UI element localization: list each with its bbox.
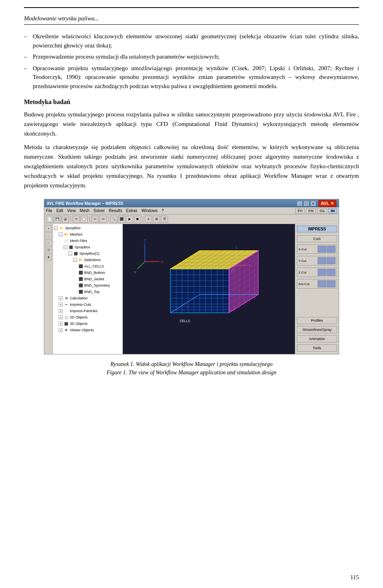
screenshot-titlebar: AVL FIRE Workflow Manager – IMPRESS _ □ …	[44, 199, 339, 207]
toolbar-btn-5[interactable]: 📋	[81, 216, 88, 223]
svg-text:Y: Y	[134, 270, 136, 274]
tree-spraybox[interactable]: – ⬛ SprayBox	[53, 244, 122, 250]
tree-2d-objects[interactable]: + ⬜ 2D Objects	[53, 314, 122, 321]
btn-tools[interactable]: Tools	[297, 344, 337, 352]
expand-meshes[interactable]: –	[59, 232, 63, 236]
tab-fm[interactable]: FM	[306, 208, 316, 214]
toolbar-btn-3[interactable]: 🖨	[62, 216, 69, 223]
list-item: – Opracowanie projektu symulacyjnego umo…	[24, 64, 359, 91]
tree-icon-impress-cuts: ✂	[63, 302, 69, 307]
toolbar-btn-8[interactable]: 🔍	[110, 216, 117, 223]
tree-mesh-files[interactable]: 📄 Mesh Files	[53, 238, 122, 244]
menu-edit[interactable]: Edit	[56, 208, 63, 213]
tree-label-spraybox-1: SprayBox(1)	[79, 252, 99, 256]
toolbar-btn-12[interactable]: ≡	[145, 216, 152, 223]
btn-z-cut[interactable]: Z-Cut	[297, 267, 337, 277]
menu-view[interactable]: View	[67, 208, 76, 213]
toolbar-btn-1[interactable]: 📄	[46, 216, 53, 223]
left-tb-btn-4[interactable]: ⊡	[45, 247, 52, 253]
tree-impress-particles[interactable]: + · Impress-Particles	[53, 308, 122, 314]
expand-spraybox-1[interactable]: –	[68, 252, 72, 256]
tree-icon-selections: 📂	[78, 257, 83, 263]
btn-animation[interactable]: Animation	[297, 335, 337, 342]
toolbar-separator-3	[108, 216, 109, 222]
expand-2d-objects[interactable]: +	[59, 315, 63, 319]
z-cut-icon-2	[327, 269, 336, 276]
expand-3d-objects[interactable]: +	[59, 322, 63, 326]
page-number: 115	[350, 574, 359, 581]
menu-windows[interactable]: Windows	[141, 208, 158, 213]
btn-arb-cut[interactable]: Arb-Cut	[297, 279, 337, 289]
tree-label-all-cells: ALL_CELLS	[84, 264, 104, 268]
tree-impress-cuts[interactable]: + ✂ Impress-Cuts	[53, 301, 122, 308]
tab-im[interactable]: IM	[328, 208, 337, 214]
tab-sg[interactable]: SG	[317, 208, 327, 214]
tree-bnd-top[interactable]: ⬛ BND_Top	[53, 289, 122, 295]
btn-x-cut[interactable]: X-Cut	[297, 244, 337, 254]
toolbar-btn-13[interactable]: ⊞	[153, 216, 160, 223]
expand-viewer-objects[interactable]: +	[59, 328, 63, 332]
tree-selections[interactable]: – 📂 Selections	[53, 257, 122, 263]
tab-fh[interactable]: FH	[295, 208, 305, 214]
toolbar-btn-6[interactable]: ↩	[91, 216, 99, 223]
tree-icon-bnd-bottom: ⬛	[78, 270, 83, 275]
menu-file[interactable]: File	[46, 208, 52, 213]
avl-badge: AVL ✦	[318, 200, 336, 207]
maximize-btn[interactable]: □	[304, 201, 309, 206]
toolbar-btn-14[interactable]: ☰	[161, 216, 168, 223]
bullet-dash: –	[24, 52, 31, 61]
expand-impress-particles[interactable]: +	[59, 309, 63, 313]
left-tb-btn-2[interactable]: –	[45, 232, 52, 239]
y-cut-label: Y-Cut	[298, 259, 306, 263]
toolbar-btn-7[interactable]: ↪	[99, 216, 107, 223]
toolbar-btn-2[interactable]: 💾	[54, 216, 61, 223]
screenshot-title: AVL FIRE Workflow Manager – IMPRESS	[47, 201, 123, 206]
menu-extras[interactable]: Extras	[126, 208, 137, 213]
minimize-btn[interactable]: _	[297, 201, 302, 206]
left-tb-btn-1[interactable]: +	[45, 225, 52, 232]
expand-root[interactable]: –	[54, 226, 58, 230]
svg-text:Z: Z	[144, 238, 146, 242]
tree-root[interactable]: – 📁 SprayBox	[53, 225, 122, 231]
tree-spraybox-1[interactable]: – ⬛ SprayBox(1)	[53, 250, 122, 257]
tree-calculation[interactable]: + ⚙ Calculation	[53, 295, 122, 301]
btn-cuts[interactable]: Cuts	[297, 235, 337, 242]
tree-viewer-objects[interactable]: + 👁 Viewer Objects	[53, 327, 122, 333]
left-tb-btn-3[interactable]: ↔	[45, 240, 52, 246]
tree-all-cells[interactable]: ⬛ ALL_CELLS	[53, 263, 122, 269]
expand-spraybox[interactable]: –	[63, 245, 67, 249]
expand-impress-cuts[interactable]: +	[59, 303, 63, 307]
tree-icon-calculation: ⚙	[63, 295, 69, 301]
menu-help[interactable]: ?	[162, 208, 164, 213]
tree-bnd-jacket[interactable]: ⬛ BND_Jacket	[53, 276, 122, 282]
toolbar-btn-4[interactable]: ✂	[73, 216, 80, 223]
tree-bnd-symmetry[interactable]: ⬛ BND_Symmetry	[53, 282, 122, 289]
toolbar-btn-11[interactable]: ⏹	[134, 216, 141, 223]
y-cut-icon-2	[327, 257, 336, 264]
x-cut-icon-1	[318, 246, 326, 253]
section-title: Metodyka badań	[24, 98, 359, 106]
tree-label-3d-objects: 3D Objects	[70, 322, 88, 326]
btn-y-cut[interactable]: Y-Cut	[297, 256, 337, 265]
tree-icon-bnd-top: ⬛	[78, 289, 83, 295]
toolbar-btn-9[interactable]: ⬛	[118, 216, 125, 223]
close-btn[interactable]: ×	[310, 201, 316, 206]
menu-mesh[interactable]: Mesh	[80, 208, 89, 213]
screenshot-container: AVL FIRE Workflow Manager – IMPRESS _ □ …	[24, 199, 359, 354]
tree-3d-objects[interactable]: + ⬛ 3D Objects	[53, 321, 122, 327]
tree-icon-mesh-files: 📄	[63, 238, 69, 244]
menu-results[interactable]: Results	[109, 208, 122, 213]
expand-calculation[interactable]: +	[59, 296, 63, 300]
left-tb-btn-5[interactable]: ◈	[45, 254, 52, 260]
top-rule	[24, 7, 359, 8]
tree-bnd-bottom[interactable]: ⬛ BND_Bottom	[53, 269, 122, 276]
tree-icon-bnd-jacket: ⬛	[78, 276, 83, 282]
toolbar-btn-10[interactable]: ▶	[126, 216, 133, 223]
tree-icon-3d-objects: ⬛	[63, 321, 69, 326]
btn-streamlines-spray[interactable]: Streamlines/Spray	[297, 326, 337, 333]
expand-selections[interactable]: –	[73, 258, 77, 262]
screenshot-main: + – ↔ ⊡ ◈ – 📁 SprayBox	[44, 224, 339, 354]
menu-solver[interactable]: Solver	[93, 208, 105, 213]
tree-meshes[interactable]: – 📂 Meshes	[53, 231, 122, 238]
btn-profiles[interactable]: Profiles	[297, 317, 337, 324]
